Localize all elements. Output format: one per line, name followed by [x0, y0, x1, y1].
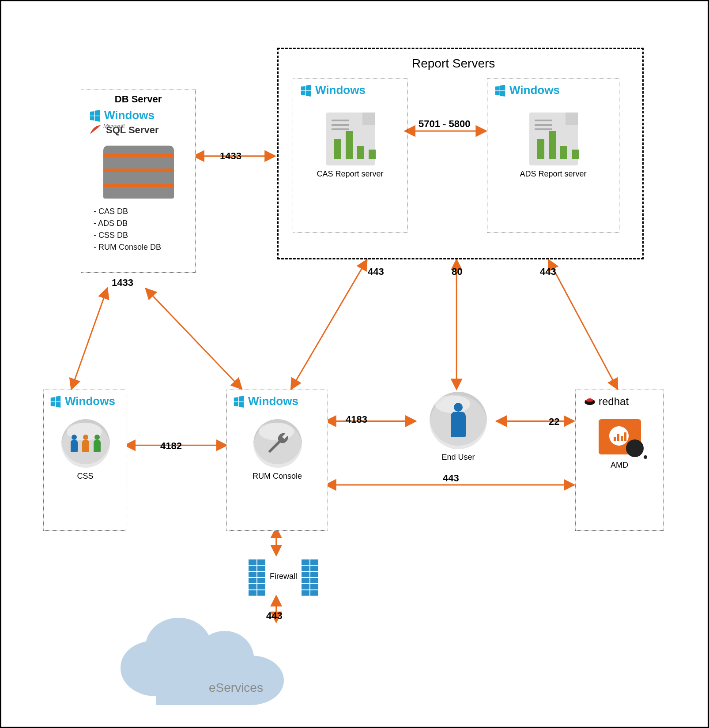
svg-line-2 [72, 289, 107, 388]
firewall-icon [302, 559, 318, 593]
cloud-icon [121, 617, 319, 714]
windows-logo: Windows [49, 394, 115, 408]
node-label: CSS [44, 472, 127, 481]
windows-icon [299, 84, 313, 97]
os-label: Windows [65, 394, 115, 408]
port-label: 22 [549, 416, 559, 428]
node-ads-report: Windows ADS Report server [487, 79, 619, 233]
node-label: End User [419, 453, 498, 462]
windows-logo: Windows [494, 83, 560, 97]
magnifier-chart-icon [599, 419, 641, 454]
database-stack-icon [103, 146, 174, 199]
wrench-icon [253, 419, 302, 468]
windows-icon [88, 109, 102, 122]
report-icon [529, 113, 578, 165]
node-firewall: Firewall [249, 559, 318, 593]
firewall-icon [249, 559, 265, 593]
node-rum-console: Windows RUM Console [226, 390, 328, 531]
port-label: 1433 [220, 150, 241, 162]
node-cas-report: Windows CAS Report server [293, 79, 407, 233]
report-icon [326, 113, 375, 165]
node-css: Windows CSS [43, 390, 127, 531]
db-server-title: DB Server [81, 94, 195, 105]
db-item: - RUM Console DB [94, 241, 161, 253]
windows-icon [232, 395, 245, 408]
os-label: redhat [599, 395, 629, 408]
db-item: - ADS DB [94, 218, 161, 229]
group-title: Report Servers [412, 56, 495, 71]
os-label: Windows [509, 83, 560, 97]
db-item: - CSS DB [94, 229, 161, 241]
windows-icon [494, 84, 507, 97]
windows-icon [49, 395, 62, 408]
windows-logo: Windows [299, 83, 366, 97]
sql-server-logo: Microsoft SQL Server [88, 124, 158, 136]
port-label: 443 [540, 266, 556, 278]
node-label: AMD [576, 461, 663, 470]
node-label: RUM Console [227, 472, 328, 481]
svg-line-4 [292, 261, 366, 388]
sql-server-icon [88, 124, 102, 136]
node-label: ADS Report server [487, 169, 619, 179]
os-label: Windows [104, 109, 155, 122]
user-icon [430, 392, 487, 449]
os-label: Windows [315, 83, 366, 97]
node-label: Firewall [270, 572, 297, 581]
node-label: CAS Report server [293, 169, 407, 179]
port-label: 4183 [346, 414, 367, 425]
os-label: Windows [248, 394, 298, 408]
db-list: - CAS DB - ADS DB - CSS DB - RUM Console… [94, 206, 161, 253]
port-label: 443 [368, 266, 384, 278]
svg-line-6 [549, 261, 617, 388]
redhat-icon [584, 395, 596, 408]
node-end-user: End User [419, 392, 498, 462]
users-icon [61, 419, 110, 468]
cloud-label: eServices [209, 681, 263, 695]
windows-logo: Windows [232, 394, 298, 408]
port-label: 4182 [160, 440, 182, 452]
port-label: 443 [443, 473, 459, 484]
node-amd: redhat AMD [575, 390, 664, 531]
sql-vendor: Microsoft [103, 124, 125, 129]
db-item: - CAS DB [94, 206, 161, 218]
svg-line-3 [147, 289, 241, 388]
port-label: 80 [452, 266, 462, 278]
diagram-frame: DB Server Windows Microsoft SQL Server -… [0, 0, 709, 728]
windows-logo: Windows [88, 109, 155, 122]
port-label: 1433 [112, 277, 133, 289]
port-label: 5701 - 5800 [419, 118, 470, 130]
redhat-logo: redhat [584, 395, 629, 408]
node-db-server: DB Server Windows Microsoft SQL Server -… [81, 90, 196, 273]
